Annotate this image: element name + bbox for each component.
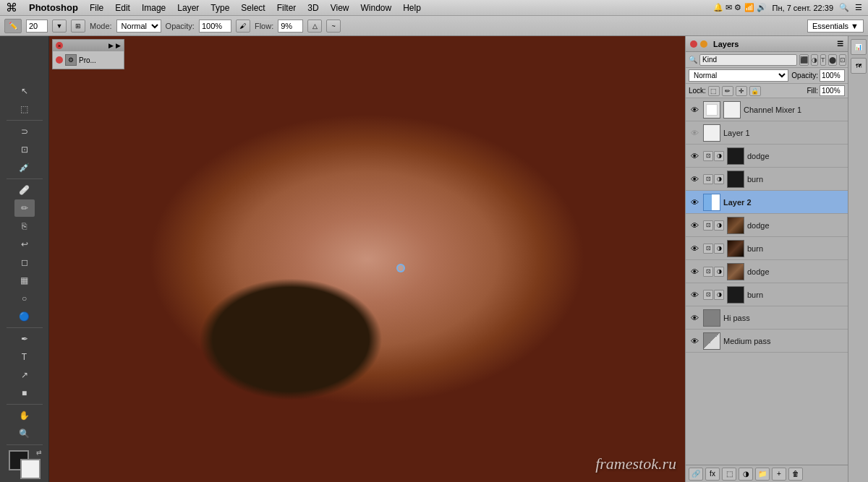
spot-heal-tool[interactable]: 🩹 [14,181,35,199]
flow-input[interactable]: 9% [278,20,303,33]
eraser-tool[interactable]: ◻ [14,254,35,271]
delete-layer-btn[interactable]: 🗑 [788,468,803,481]
new-layer-btn[interactable]: + [772,468,786,481]
lock-transparent-btn[interactable]: ⬚ [708,86,720,96]
blur-tool[interactable]: ○ [14,290,35,307]
fill-value-input[interactable] [820,85,845,96]
brush-size-stepper[interactable]: ▼ [52,20,67,33]
layers-search-input[interactable] [699,54,797,66]
type-tool[interactable]: T [14,348,35,366]
layer-item[interactable]: 👁 ⊡ ◑ dodge [686,260,848,283]
menu-window[interactable]: Window [361,3,392,13]
mini-panel-close-btn[interactable]: × [56,42,63,49]
eyedropper-tool[interactable]: 💉 [14,159,35,176]
menu-edit[interactable]: Edit [115,3,130,13]
layers-list[interactable]: 👁 Channel Mixer 1 👁 Layer 1 👁 [686,98,848,465]
background-color[interactable] [20,459,41,479]
essentials-dropdown[interactable]: Essentials ▼ [807,20,864,33]
layer-visibility-toggle[interactable]: 👁 [689,127,700,139]
search-icon[interactable]: 🔍 [839,3,849,12]
layer-item[interactable]: 👁 Layer 2 [686,191,848,214]
layer-item[interactable]: 👁 ⊡ ◑ burn [686,283,848,306]
layer-item[interactable]: 👁 ⊡ ◑ dodge [686,145,848,168]
histogram-btn[interactable]: 📊 [851,39,867,55]
layer-effects-btn[interactable]: fx [705,468,720,481]
layer-item[interactable]: 👁 Channel Mixer 1 [686,98,848,121]
layer-item[interactable]: 👁 Medium pass [686,330,848,353]
left-toolbar: × ▶ ▶ ⚙ Pro... ↖ ⬚ ⊃ ⊡ 💉 🩹 [0,36,49,482]
add-mask-btn[interactable]: ⬚ [722,468,736,481]
crop-tool[interactable]: ⊡ [14,141,35,158]
navigator-btn[interactable]: 🗺 [851,58,867,74]
path-tool[interactable]: ↗ [14,366,35,384]
new-group-btn[interactable]: 📁 [755,468,770,481]
apple-menu[interactable]: ⌘ [6,1,17,14]
brush-tool[interactable]: ✏ [14,199,35,217]
layer-item[interactable]: 👁 ⊡ ◑ burn [686,237,848,260]
layer-visibility-toggle[interactable]: 👁 [689,173,700,185]
layer-visibility-toggle[interactable]: 👁 [689,104,700,116]
lasso-tool[interactable]: ⊃ [14,123,35,140]
filter-pixel-btn[interactable]: ⬛ [799,54,809,66]
layer-visibility-toggle[interactable]: 👁 [689,335,700,347]
dodge-tool[interactable]: 🔵 [14,308,35,325]
canvas-area[interactable]: framestok.ru [49,36,685,482]
menu-select[interactable]: Select [241,3,265,13]
blend-mode-select[interactable]: Normal [689,69,788,82]
pen-tool[interactable]: ✒ [14,330,35,348]
brush-size-input[interactable]: 20 [26,20,48,33]
menu-file[interactable]: File [90,3,103,13]
mode-dropdown[interactable]: Normal [116,20,161,33]
opacity-value-input[interactable] [820,69,845,82]
layer-visibility-toggle[interactable]: 👁 [689,312,700,324]
link-layers-btn[interactable]: 🔗 [689,468,703,481]
new-adjustment-btn[interactable]: ◑ [739,468,753,481]
menu-help[interactable]: Help [403,3,421,13]
layer-visibility-toggle[interactable]: 👁 [689,243,700,254]
layer-visibility-toggle[interactable]: 👁 [689,220,700,231]
layer-item[interactable]: 👁 ⊡ ◑ burn [686,168,848,191]
lock-image-btn[interactable]: ✏ [722,86,733,96]
filter-adjust-btn[interactable]: ◑ [811,54,818,66]
layer-visibility-toggle[interactable]: 👁 [689,289,700,301]
layers-panel-container: Layers ☰ 🔍 ⬛ ◑ T ⬤ ⊡ ○ Normal [685,36,848,482]
layer-visibility-toggle[interactable]: 👁 [689,150,700,162]
list-icon[interactable]: ☰ [855,3,862,12]
brush-options-btn[interactable]: ⊞ [71,20,85,33]
filter-smart-btn[interactable]: ⊡ [839,54,846,66]
swap-colors-icon[interactable]: ⇄ [36,449,42,456]
layer-item[interactable]: 👁 Hi pass [686,306,848,330]
menu-view[interactable]: View [331,3,349,13]
marquee-tool[interactable]: ⬚ [14,100,35,118]
filter-type-btn[interactable]: T [820,54,826,66]
menu-3d[interactable]: 3D [307,3,318,13]
shape-tool[interactable]: ■ [14,384,35,402]
filter-shape-btn[interactable]: ⬤ [828,54,837,66]
layers-panel-menu-icon[interactable]: ☰ [837,40,843,48]
clone-tool[interactable]: ⎘ [14,218,35,235]
menu-filter[interactable]: Filter [277,3,297,13]
move-tool[interactable]: ↖ [14,82,35,100]
airbrush-toggle[interactable]: 🖌 [236,20,250,33]
menu-type[interactable]: Type [210,3,229,13]
lock-all-btn[interactable]: 🔒 [749,86,761,96]
menu-image[interactable]: Image [142,3,166,13]
menu-layer[interactable]: Layer [177,3,199,13]
smoothing-btn[interactable]: ~ [326,20,341,33]
mini-panel-x-btn[interactable] [56,56,63,64]
hand-tool[interactable]: ✋ [14,407,35,424]
layer-visibility-toggle[interactable]: 👁 [689,266,700,277]
mini-panel-titlebar[interactable]: × ▶ ▶ [53,40,124,51]
layers-panel-close-btn[interactable] [690,40,697,48]
layer-visibility-toggle[interactable]: 👁 [689,197,700,208]
lock-position-btn[interactable]: ✛ [736,86,747,96]
zoom-tool[interactable]: 🔍 [14,425,35,442]
mini-panel-expand[interactable]: ▶ ▶ [109,42,121,49]
stylus-pressure-btn[interactable]: △ [307,20,322,33]
layers-panel-minimize-btn[interactable] [700,40,707,48]
history-brush-tool[interactable]: ↩ [14,236,35,253]
gradient-tool[interactable]: ▦ [14,272,35,289]
layer-item[interactable]: 👁 ⊡ ◑ dodge [686,214,848,237]
layer-item[interactable]: 👁 Layer 1 [686,121,848,145]
opacity-input[interactable]: 100% [199,20,231,33]
